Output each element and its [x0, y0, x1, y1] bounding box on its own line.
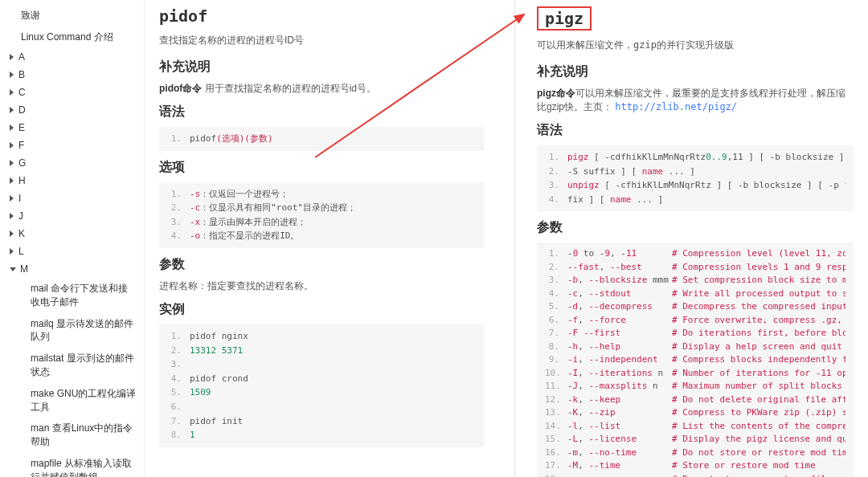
sidebar-letter-label: H [18, 175, 26, 186]
chevron-icon [10, 213, 14, 219]
sidebar-letter-label: J [18, 210, 23, 222]
sidebar-letter-i[interactable]: I [10, 190, 144, 207]
pidof-sup-bold: pidof命令 [159, 83, 202, 94]
chevron-icon [10, 142, 14, 149]
sidebar-sub-item[interactable]: mapfile 从标准输入读取行并赋值到数组 [10, 453, 144, 477]
sidebar-sub-item[interactable]: man 查看Linux中的指令帮助 [10, 418, 144, 453]
sidebar-letter-c[interactable]: C [10, 84, 144, 101]
pigz-subtitle: 可以用来解压缩文件，gzip的并行实现升级版 [537, 39, 854, 52]
pigz-sup-text: pigz命令可以用来解压缩文件，最重要的是支持多线程并行处理，解压缩比gzip快… [537, 87, 854, 114]
chevron-icon [10, 248, 14, 255]
sidebar-thanks[interactable]: 致谢 [10, 5, 144, 26]
sidebar-letter-m[interactable]: M [10, 260, 144, 278]
chevron-icon [10, 195, 14, 202]
pidof-example-code: 1.pidof nginx2.13312 53713.4.pidof crond… [159, 324, 484, 447]
pidof-section-example: 实例 [159, 301, 484, 318]
pigz-syntax-code: 1.pigz [ -cdfhikKlLmMnNqrRtz0..9,11 ] [ … [537, 145, 854, 211]
sidebar-letter-label: B [18, 69, 25, 80]
pigz-sup-bold: pigz命令 [537, 88, 575, 99]
sidebar-letter-b[interactable]: B [10, 66, 144, 84]
sidebar-letter-l[interactable]: L [10, 243, 144, 260]
pidof-section-options: 选项 [159, 159, 484, 176]
pidof-section-params: 参数 [159, 256, 484, 273]
pidof-title: pidof [159, 6, 484, 26]
pigz-params-code: 1.-0 to -9, -11# Compression level (leve… [537, 243, 854, 477]
sidebar-sub-item[interactable]: mailq 显示待发送的邮件队列 [10, 313, 144, 349]
pigz-section-syntax: 语法 [537, 122, 854, 139]
chevron-icon [10, 71, 14, 78]
pidof-section-sup: 补充说明 [159, 59, 484, 75]
sidebar-letter-label: D [18, 104, 26, 116]
pidof-sup-text: pidof命令 用于查找指定名称的进程的进程号id号。 [159, 82, 484, 96]
pidof-syntax-code: 1.pidof(选项)(参数) [159, 127, 484, 151]
pidof-sup-rest: 用于查找指定名称的进程的进程号id号。 [202, 83, 376, 94]
sidebar-letter-label: F [18, 140, 24, 151]
chevron-icon [10, 177, 14, 184]
pane-pidof: pidof 查找指定名称的进程的进程号ID号 补充说明 pidof命令 用于查找… [145, 0, 498, 477]
pigz-section-sup: 补充说明 [537, 63, 854, 80]
pidof-param-text: 进程名称：指定要查找的进程名称。 [159, 279, 484, 293]
chevron-icon [10, 230, 14, 237]
sidebar-letter-h[interactable]: H [10, 172, 144, 190]
pidof-options-code: 1.-s：仅返回一个进程号；2.-c：仅显示具有相同"root"目录的进程；3.… [159, 182, 484, 248]
sidebar-letter-e[interactable]: E [10, 119, 144, 137]
sidebar-letter-a[interactable]: A [10, 48, 144, 66]
sidebar-sub-item[interactable]: mail 命令行下发送和接收电子邮件 [10, 278, 144, 313]
sidebar-sub-item[interactable]: mailstat 显示到达的邮件状态 [10, 348, 144, 383]
sidebar-letter-label: A [18, 51, 25, 63]
sidebar-letter-label: L [18, 246, 24, 257]
chevron-icon [10, 107, 14, 113]
chevron-icon [10, 160, 14, 166]
chevron-icon [10, 267, 16, 271]
sidebar-letter-k[interactable]: K [10, 225, 144, 243]
pidof-section-syntax: 语法 [159, 104, 484, 120]
sidebar-letter-label: G [18, 157, 26, 169]
sidebar-letter-label: M [20, 263, 28, 275]
pigz-sub-code: gzip [633, 39, 657, 51]
sidebar-letter-label: C [18, 87, 26, 98]
chevron-icon [10, 124, 14, 131]
pidof-subtitle: 查找指定名称的进程的进程号ID号 [159, 34, 484, 47]
sidebar-letter-label: I [18, 193, 21, 204]
pigz-link[interactable]: http://zlib.net/pigz/ [615, 101, 737, 112]
chevron-icon [10, 54, 14, 60]
sidebar-letter-d[interactable]: D [10, 101, 144, 119]
sidebar-letter-f[interactable]: F [10, 137, 144, 154]
sidebar-letter-g[interactable]: G [10, 154, 144, 172]
pane-divider [514, 0, 515, 477]
chevron-icon [10, 89, 14, 96]
sidebar-letter-label: K [18, 228, 25, 239]
sidebar-letter-j[interactable]: J [10, 207, 144, 225]
sidebar: 致谢Linux Command 介绍 ABCDEFGHIJKLMmail 命令行… [0, 0, 145, 477]
pigz-section-params: 参数 [537, 219, 854, 236]
pigz-sub-post: 的并行实现升级版 [657, 39, 734, 51]
sidebar-intro[interactable]: Linux Command 介绍 [10, 26, 144, 48]
sidebar-letter-label: E [18, 122, 25, 133]
pane-pigz: pigz 可以用来解压缩文件，gzip的并行实现升级版 补充说明 pigz命令可… [522, 0, 868, 477]
sidebar-sub-item[interactable]: make GNU的工程化编译工具 [10, 383, 144, 418]
pigz-title: pigz [537, 6, 592, 31]
pigz-sub-pre: 可以用来解压缩文件， [537, 39, 633, 51]
